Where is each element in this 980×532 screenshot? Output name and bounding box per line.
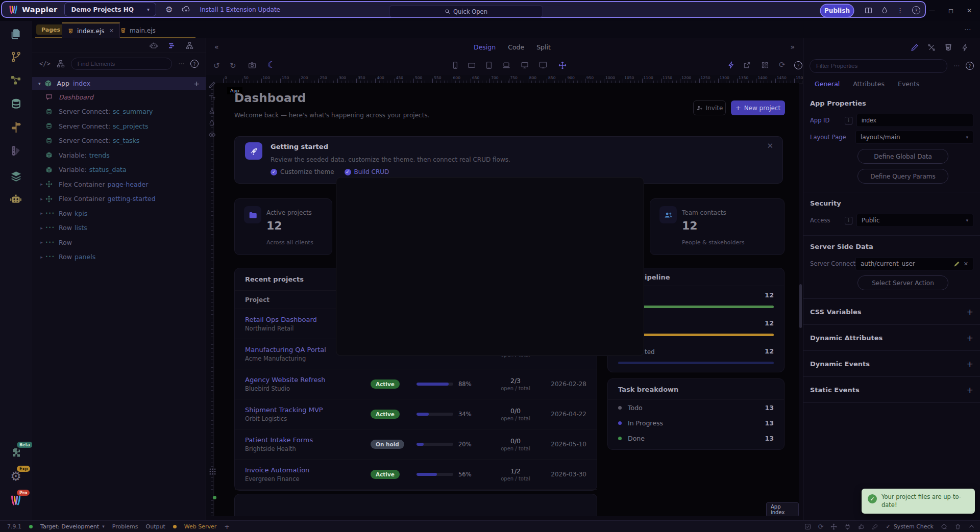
define-global-data-button[interactable]: Define Global Data [857, 149, 948, 164]
responsive-resize-icon[interactable] [558, 61, 567, 69]
eraser-icon[interactable] [941, 523, 947, 530]
access-select[interactable]: Public ▾ [856, 214, 973, 227]
dynamic-bolt-icon[interactable] [961, 44, 969, 52]
visibility-eye-icon[interactable] [208, 131, 216, 139]
info-icon[interactable]: i [845, 217, 852, 224]
help-icon[interactable]: ? [190, 60, 199, 68]
panel-layout-icon[interactable] [865, 7, 872, 14]
add-target-icon[interactable]: + [224, 523, 230, 530]
device-phone-icon[interactable] [451, 61, 459, 69]
install-extension-update-link[interactable]: Install 1 Extension Update [200, 6, 280, 13]
ai-assistant-icon[interactable] [9, 192, 23, 207]
connections-icon[interactable] [830, 523, 837, 530]
undo-icon[interactable]: ↺ [213, 61, 220, 70]
filter-properties-input[interactable] [810, 59, 947, 73]
experiments-icon[interactable] [208, 107, 215, 114]
database-icon[interactable] [9, 96, 23, 111]
edit-pencil-icon[interactable] [953, 261, 960, 267]
tab-events[interactable]: Events [898, 80, 919, 88]
tabs-more-icon[interactable]: ⋯ [964, 25, 972, 33]
tree-item-page-header[interactable]: ▸Flex Containerpage-header [32, 177, 206, 192]
web-server-button[interactable]: Web Server [184, 523, 217, 530]
tree-item-lists[interactable]: ▸•••Rowlists [32, 221, 206, 236]
css-icon[interactable] [944, 43, 952, 52]
refresh-icon[interactable]: ⟳ [818, 523, 824, 530]
tree-root-app-index[interactable]: ▾ App index + [32, 77, 206, 90]
device-desktop-large-icon[interactable] [539, 61, 547, 69]
grid-settings-icon[interactable] [209, 468, 216, 475]
add-icon[interactable]: + [967, 333, 973, 343]
section-css-variables[interactable]: CSS Variables+ [803, 299, 980, 325]
tree-item-sc_projects[interactable]: Server Connect:sc_projects [32, 119, 206, 134]
expand-right-icon[interactable]: » [790, 43, 795, 51]
device-desktop-icon[interactable] [521, 61, 529, 69]
project-row[interactable]: Patient Intake FormsBrightside HealthOn … [235, 429, 597, 460]
trash-icon[interactable] [954, 523, 961, 530]
wappler-pro-icon[interactable]: Pro [9, 493, 23, 508]
device-tablet-landscape-icon[interactable] [468, 61, 476, 69]
git-icon[interactable] [9, 49, 23, 64]
canvas-scrollbar[interactable] [799, 284, 802, 328]
project-row[interactable]: Invoice AutomationEvergreen FinanceActiv… [235, 460, 597, 490]
styles-icon[interactable] [9, 143, 23, 158]
qr-code-icon[interactable] [761, 61, 769, 69]
edit-pencil-icon[interactable] [911, 43, 919, 52]
tools-icon[interactable] [927, 43, 936, 52]
new-project-button[interactable]: + New project [731, 100, 785, 115]
chevron-right-icon[interactable]: ▸ [38, 255, 45, 260]
tree-item-kpis[interactable]: ▸•••Rowkpis [32, 206, 206, 221]
experimental-settings-icon[interactable]: ⚙ Exp [9, 469, 23, 484]
routes-icon[interactable] [9, 120, 23, 134]
mode-code[interactable]: Code [508, 43, 524, 51]
chevron-up-icon[interactable] [968, 523, 975, 530]
tree-item-trends[interactable]: Variable:trends [32, 148, 206, 163]
collapse-left-icon[interactable]: « [214, 43, 219, 51]
refresh-icon[interactable]: ⟳ [779, 60, 786, 69]
project-name-link[interactable]: Invoice Automation [245, 466, 371, 474]
window-close-button[interactable]: ✕ [967, 7, 972, 14]
step-build-crud[interactable]: ✓ Build CRUD [345, 168, 389, 175]
extension-update-icon[interactable] [182, 5, 190, 14]
mode-split[interactable]: Split [536, 43, 551, 51]
workflows-icon[interactable] [9, 73, 23, 87]
server-connect-field[interactable]: auth/current_user ✕ [855, 257, 973, 270]
dynamic-data-bolt-icon[interactable] [727, 61, 735, 69]
tree-item-dashboard[interactable]: Dashboard [32, 90, 206, 105]
layers-icon[interactable] [9, 169, 23, 183]
open-dropdown-overlay[interactable] [336, 177, 644, 356]
help-icon[interactable]: ? [794, 61, 802, 69]
add-icon[interactable]: + [967, 385, 973, 395]
project-name-link[interactable]: Agency Website Refresh [245, 376, 371, 384]
chevron-right-icon[interactable]: ▸ [38, 196, 45, 201]
add-icon[interactable]: + [967, 307, 973, 317]
window-minimize-button[interactable]: — [929, 7, 935, 14]
chevron-right-icon[interactable]: ▸ [38, 182, 45, 187]
tab-attributes[interactable]: Attributes [853, 80, 885, 88]
project-row[interactable]: Agency Website RefreshBluebird StudioAct… [235, 369, 597, 399]
window-maximize-button[interactable]: ◻ [948, 7, 953, 14]
section-dynamic-attributes[interactable]: Dynamic Attributes+ [803, 325, 980, 351]
add-icon[interactable]: + [967, 359, 973, 369]
chevron-right-icon[interactable]: ▸ [38, 240, 45, 245]
device-tablet-icon[interactable] [485, 61, 493, 69]
pages-panel-icon[interactable] [9, 27, 23, 41]
project-selector[interactable]: Demo Projects HQ ▾ [64, 3, 156, 16]
more-options-icon[interactable]: ⋯ [178, 60, 184, 67]
output-button[interactable]: Output [146, 523, 165, 530]
thumbs-up-icon[interactable] [858, 523, 865, 530]
target-selector[interactable]: Target: Development ▾ [40, 523, 105, 530]
find-elements-input[interactable] [71, 58, 172, 70]
help-icon[interactable]: ? [966, 62, 974, 70]
outline-list-icon[interactable] [168, 42, 176, 49]
theme-droplet-icon[interactable] [881, 7, 888, 14]
invite-button[interactable]: Invite [693, 100, 726, 115]
settings-gear-icon[interactable]: ⚙ [165, 5, 173, 14]
section-dynamic-events[interactable]: Dynamic Events+ [803, 351, 980, 377]
tree-item-sc_tasks[interactable]: Server Connect:sc_tasks [32, 134, 206, 148]
plug-icon[interactable] [844, 523, 851, 530]
project-row[interactable]: Shipment Tracking MVPOrbit LogisticsActi… [235, 399, 597, 429]
app-id-input[interactable] [862, 117, 968, 124]
code-view-icon[interactable]: </> [39, 60, 51, 67]
tree-item-sc_summary[interactable]: Server Connect:sc_summary [32, 105, 206, 119]
select-server-action-button[interactable]: Select Server Action [857, 275, 948, 290]
